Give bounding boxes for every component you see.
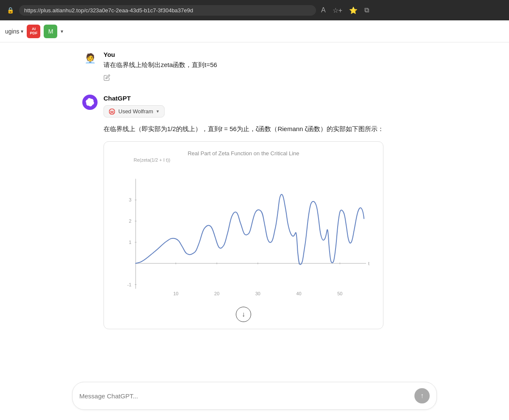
plugins-button[interactable]: ugins ▾ bbox=[5, 28, 23, 35]
plugins-label: ugins bbox=[5, 28, 19, 35]
wolfram-chevron-icon: ▾ bbox=[157, 109, 159, 114]
svg-text:2: 2 bbox=[129, 218, 131, 224]
svg-text:50: 50 bbox=[337, 291, 342, 296]
message-input-box: ↑ bbox=[72, 382, 437, 410]
svg-text:1: 1 bbox=[129, 239, 131, 244]
user-content: You 请在临界线上绘制出zeta函数，直到t=56 bbox=[103, 51, 217, 83]
send-button[interactable]: ↑ bbox=[414, 388, 430, 403]
browser-chrome: 🔒 https://plus.aitianhu2.top/c/323a0e7c-… bbox=[0, 0, 509, 20]
url-bar[interactable]: https://plus.aitianhu2.top/c/323a0e7c-2e… bbox=[19, 5, 316, 16]
svg-text:30: 30 bbox=[255, 291, 260, 296]
svg-text:40: 40 bbox=[296, 291, 301, 296]
bookmark-icon[interactable]: ⭐ bbox=[349, 6, 358, 14]
svg-text:10: 10 bbox=[173, 291, 178, 296]
chart-title: Real Part of Zeta Function on the Critic… bbox=[112, 150, 375, 157]
star-add-icon[interactable]: ☆+ bbox=[333, 6, 342, 14]
chart-subtitle: Re(zeta(1/2 + I t)) bbox=[134, 157, 375, 162]
top-toolbar: ugins ▾ AIPDF M ▾ bbox=[0, 20, 509, 42]
lock-icon: 🔒 bbox=[7, 7, 14, 14]
edit-icon[interactable] bbox=[103, 74, 217, 83]
user-text: 请在临界线上绘制出zeta函数，直到t=56 bbox=[103, 60, 217, 70]
svg-text:3: 3 bbox=[129, 197, 131, 202]
m-plugin-icon[interactable]: M bbox=[44, 25, 57, 38]
zeta-chart-svg: 3 2 1 -1 10 20 30 40 bbox=[112, 166, 375, 319]
plugin-chevron-icon[interactable]: ▾ bbox=[61, 28, 63, 34]
svg-text:20: 20 bbox=[214, 291, 219, 296]
send-icon: ↑ bbox=[420, 392, 424, 400]
split-icon[interactable]: ⧉ bbox=[364, 6, 369, 14]
wolfram-badge[interactable]: W Used Wolfram ▾ bbox=[103, 105, 165, 118]
chevron-down-icon: ▾ bbox=[21, 28, 23, 34]
wolfram-label: Used Wolfram bbox=[118, 108, 153, 115]
svg-text:t: t bbox=[368, 260, 369, 266]
browser-action-icons: A ☆+ ⭐ ⧉ bbox=[321, 6, 369, 14]
message-input[interactable] bbox=[79, 392, 414, 400]
user-avatar: 🧑‍💼 bbox=[82, 51, 98, 66]
gpt-response-text: 在临界线上（即实部为1/2的线上），直到t = 56为止，ζ函数（Riemann… bbox=[103, 123, 384, 134]
chatgpt-avatar bbox=[82, 95, 98, 110]
gpt-content: ChatGPT W Used Wolfram ▾ 在临界线上（即实部为1/2的线… bbox=[103, 95, 384, 329]
download-chart-button[interactable]: ↓ bbox=[236, 307, 251, 322]
user-message: 🧑‍💼 You 请在临界线上绘制出zeta函数，直到t=56 bbox=[82, 51, 427, 83]
ai-pdf-plugin-icon[interactable]: AIPDF bbox=[27, 25, 40, 38]
user-name: You bbox=[103, 51, 217, 58]
svg-text:-1: -1 bbox=[127, 282, 131, 287]
download-icon: ↓ bbox=[242, 311, 245, 318]
input-area: ↑ bbox=[0, 375, 509, 420]
reader-icon[interactable]: A bbox=[321, 6, 326, 14]
zeta-chart-container: Real Part of Zeta Function on the Critic… bbox=[103, 141, 383, 329]
gpt-name: ChatGPT bbox=[103, 95, 384, 102]
gpt-message: ChatGPT W Used Wolfram ▾ 在临界线上（即实部为1/2的线… bbox=[82, 95, 427, 329]
svg-text:W: W bbox=[110, 110, 114, 114]
chat-container: 🧑‍💼 You 请在临界线上绘制出zeta函数，直到t=56 ChatGPT bbox=[72, 42, 437, 392]
